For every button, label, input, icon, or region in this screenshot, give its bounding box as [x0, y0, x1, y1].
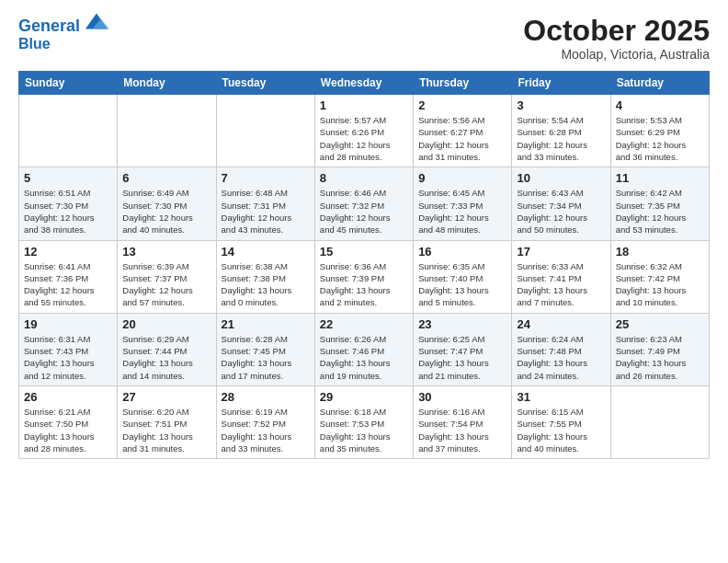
cell-info: Sunrise: 6:39 AM Sunset: 7:37 PM Dayligh… [122, 260, 210, 309]
calendar-cell: 31Sunrise: 6:15 AM Sunset: 7:55 PM Dayli… [512, 385, 610, 458]
calendar-cell [216, 95, 314, 167]
col-wednesday: Wednesday [314, 72, 413, 95]
cell-day-number: 14 [222, 245, 310, 259]
calendar-cell: 1Sunrise: 5:57 AM Sunset: 6:26 PM Daylig… [314, 95, 413, 167]
cell-day-number: 27 [122, 390, 210, 404]
col-monday: Monday [118, 72, 216, 95]
col-thursday: Thursday [414, 72, 512, 95]
logo-icon [84, 11, 109, 31]
title-block: October 2025 Moolap, Victoria, Australia [523, 15, 710, 62]
cell-info: Sunrise: 5:56 AM Sunset: 6:27 PM Dayligh… [418, 114, 506, 163]
calendar-cell: 14Sunrise: 6:38 AM Sunset: 7:38 PM Dayli… [216, 240, 314, 313]
cell-info: Sunrise: 6:24 AM Sunset: 7:48 PM Dayligh… [517, 333, 605, 382]
cell-info: Sunrise: 6:41 AM Sunset: 7:36 PM Dayligh… [24, 260, 112, 309]
calendar-cell: 10Sunrise: 6:43 AM Sunset: 7:34 PM Dayli… [512, 167, 610, 240]
cell-info: Sunrise: 6:15 AM Sunset: 7:55 PM Dayligh… [517, 406, 605, 454]
cell-info: Sunrise: 5:57 AM Sunset: 6:26 PM Dayligh… [320, 114, 408, 163]
cell-day-number: 23 [418, 317, 506, 331]
cell-info: Sunrise: 6:43 AM Sunset: 7:34 PM Dayligh… [517, 187, 605, 236]
calendar-cell: 26Sunrise: 6:21 AM Sunset: 7:50 PM Dayli… [19, 385, 118, 458]
cell-day-number: 29 [320, 390, 408, 404]
logo-text: General [18, 15, 109, 36]
calendar-week-4: 19Sunrise: 6:31 AM Sunset: 7:43 PM Dayli… [19, 313, 710, 385]
calendar-week-1: 1Sunrise: 5:57 AM Sunset: 6:26 PM Daylig… [19, 95, 710, 167]
cell-day-number: 6 [122, 171, 210, 185]
calendar-cell [118, 95, 216, 167]
calendar-cell: 5Sunrise: 6:51 AM Sunset: 7:30 PM Daylig… [19, 167, 118, 240]
cell-info: Sunrise: 6:33 AM Sunset: 7:41 PM Dayligh… [517, 260, 605, 309]
cell-day-number: 9 [418, 171, 506, 185]
cell-day-number: 30 [418, 390, 506, 404]
calendar-cell: 22Sunrise: 6:26 AM Sunset: 7:46 PM Dayli… [314, 313, 413, 385]
cell-info: Sunrise: 6:23 AM Sunset: 7:49 PM Dayligh… [616, 333, 704, 382]
month-title: October 2025 [523, 15, 710, 47]
logo: General Blue [18, 15, 109, 52]
cell-info: Sunrise: 6:16 AM Sunset: 7:54 PM Dayligh… [418, 406, 506, 454]
calendar-cell: 15Sunrise: 6:36 AM Sunset: 7:39 PM Dayli… [314, 240, 413, 313]
cell-info: Sunrise: 6:28 AM Sunset: 7:45 PM Dayligh… [222, 333, 310, 382]
calendar-cell: 4Sunrise: 5:53 AM Sunset: 6:29 PM Daylig… [610, 95, 709, 167]
cell-day-number: 26 [24, 390, 112, 404]
cell-day-number: 5 [24, 171, 112, 185]
calendar-cell [610, 385, 709, 458]
calendar-cell: 12Sunrise: 6:41 AM Sunset: 7:36 PM Dayli… [19, 240, 118, 313]
calendar-table: Sunday Monday Tuesday Wednesday Thursday… [18, 71, 710, 459]
cell-day-number: 12 [24, 245, 112, 259]
cell-info: Sunrise: 6:36 AM Sunset: 7:39 PM Dayligh… [320, 260, 408, 309]
cell-info: Sunrise: 5:53 AM Sunset: 6:29 PM Dayligh… [616, 114, 704, 163]
cell-day-number: 8 [320, 171, 408, 185]
col-saturday: Saturday [610, 72, 709, 95]
calendar-week-5: 26Sunrise: 6:21 AM Sunset: 7:50 PM Dayli… [19, 385, 710, 458]
cell-info: Sunrise: 6:19 AM Sunset: 7:52 PM Dayligh… [222, 406, 310, 454]
calendar-cell: 24Sunrise: 6:24 AM Sunset: 7:48 PM Dayli… [512, 313, 610, 385]
calendar-cell: 16Sunrise: 6:35 AM Sunset: 7:40 PM Dayli… [414, 240, 512, 313]
calendar-cell: 11Sunrise: 6:42 AM Sunset: 7:35 PM Dayli… [610, 167, 709, 240]
cell-day-number: 2 [418, 98, 506, 112]
cell-day-number: 16 [418, 245, 506, 259]
cell-day-number: 10 [517, 171, 605, 185]
cell-day-number: 25 [616, 317, 704, 331]
cell-day-number: 31 [517, 390, 605, 404]
header: General Blue October 2025 Moolap, Victor… [18, 15, 710, 62]
logo-general: General [18, 17, 80, 35]
calendar-cell: 18Sunrise: 6:32 AM Sunset: 7:42 PM Dayli… [610, 240, 709, 313]
cell-info: Sunrise: 6:49 AM Sunset: 7:30 PM Dayligh… [122, 187, 210, 236]
calendar-cell: 27Sunrise: 6:20 AM Sunset: 7:51 PM Dayli… [118, 385, 216, 458]
calendar-cell [19, 95, 118, 167]
col-tuesday: Tuesday [216, 72, 314, 95]
cell-info: Sunrise: 6:38 AM Sunset: 7:38 PM Dayligh… [222, 260, 310, 309]
cell-day-number: 11 [616, 171, 704, 185]
calendar-header-row: Sunday Monday Tuesday Wednesday Thursday… [19, 72, 710, 95]
cell-day-number: 17 [517, 245, 605, 259]
cell-day-number: 20 [122, 317, 210, 331]
cell-day-number: 13 [122, 245, 210, 259]
logo-blue: Blue [18, 36, 109, 52]
calendar-cell: 8Sunrise: 6:46 AM Sunset: 7:32 PM Daylig… [314, 167, 413, 240]
col-sunday: Sunday [19, 72, 118, 95]
calendar-cell: 20Sunrise: 6:29 AM Sunset: 7:44 PM Dayli… [118, 313, 216, 385]
cell-day-number: 22 [320, 317, 408, 331]
calendar-cell: 29Sunrise: 6:18 AM Sunset: 7:53 PM Dayli… [314, 385, 413, 458]
calendar-cell: 2Sunrise: 5:56 AM Sunset: 6:27 PM Daylig… [414, 95, 512, 167]
cell-info: Sunrise: 6:21 AM Sunset: 7:50 PM Dayligh… [24, 406, 112, 454]
cell-info: Sunrise: 6:51 AM Sunset: 7:30 PM Dayligh… [24, 187, 112, 236]
cell-day-number: 24 [517, 317, 605, 331]
cell-info: Sunrise: 6:31 AM Sunset: 7:43 PM Dayligh… [24, 333, 112, 382]
calendar-cell: 30Sunrise: 6:16 AM Sunset: 7:54 PM Dayli… [414, 385, 512, 458]
cell-info: Sunrise: 6:26 AM Sunset: 7:46 PM Dayligh… [320, 333, 408, 382]
cell-day-number: 1 [320, 98, 408, 112]
cell-day-number: 28 [222, 390, 310, 404]
calendar-cell: 9Sunrise: 6:45 AM Sunset: 7:33 PM Daylig… [414, 167, 512, 240]
calendar-cell: 17Sunrise: 6:33 AM Sunset: 7:41 PM Dayli… [512, 240, 610, 313]
cell-day-number: 18 [616, 245, 704, 259]
cell-day-number: 3 [517, 98, 605, 112]
cell-info: Sunrise: 6:20 AM Sunset: 7:51 PM Dayligh… [122, 406, 210, 454]
cell-day-number: 21 [222, 317, 310, 331]
calendar-cell: 7Sunrise: 6:48 AM Sunset: 7:31 PM Daylig… [216, 167, 314, 240]
calendar-cell: 13Sunrise: 6:39 AM Sunset: 7:37 PM Dayli… [118, 240, 216, 313]
cell-info: Sunrise: 5:54 AM Sunset: 6:28 PM Dayligh… [517, 114, 605, 163]
cell-info: Sunrise: 6:18 AM Sunset: 7:53 PM Dayligh… [320, 406, 408, 454]
col-friday: Friday [512, 72, 610, 95]
cell-info: Sunrise: 6:48 AM Sunset: 7:31 PM Dayligh… [222, 187, 310, 236]
calendar-cell: 19Sunrise: 6:31 AM Sunset: 7:43 PM Dayli… [19, 313, 118, 385]
